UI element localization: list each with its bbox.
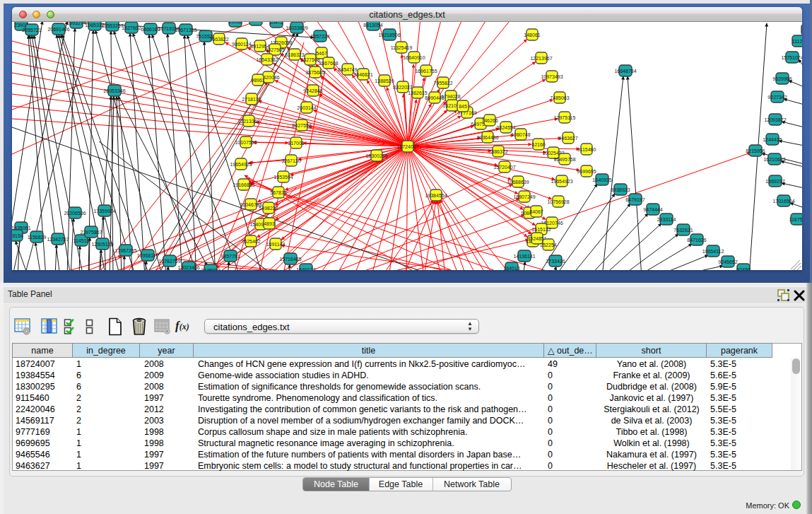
svg-text:10958117: 10958117	[137, 253, 159, 258]
svg-text:8322037: 8322037	[393, 85, 412, 90]
svg-text:19384554: 19384554	[425, 193, 447, 198]
svg-text:1569297: 1569297	[765, 179, 784, 184]
svg-text:8215956: 8215956	[746, 148, 765, 153]
svg-text:11325419: 11325419	[391, 45, 413, 50]
svg-text:9227342: 9227342	[767, 95, 787, 100]
svg-text:9699695: 9699695	[577, 169, 596, 174]
svg-text:10756928: 10756928	[547, 199, 569, 204]
svg-text:4893: 4893	[264, 221, 275, 226]
svg-text:1640935: 1640935	[592, 177, 611, 182]
svg-text:26053346: 26053346	[103, 88, 125, 93]
svg-text:62160: 62160	[531, 142, 546, 147]
svg-text:9463627: 9463627	[558, 136, 577, 141]
svg-text:92456: 92456	[736, 267, 751, 271]
svg-text:16210643: 16210643	[763, 157, 785, 162]
svg-text:1353594: 1353594	[273, 175, 293, 180]
svg-text:7955822: 7955822	[433, 81, 452, 86]
svg-text:19932: 19932	[228, 22, 242, 24]
svg-text:16543382: 16543382	[256, 57, 278, 62]
svg-text:84067: 84067	[529, 209, 543, 214]
svg-text:15716485: 15716485	[279, 257, 301, 262]
svg-text:567833: 567833	[270, 190, 286, 195]
svg-text:2603144: 2603144	[297, 105, 316, 110]
svg-text:39154: 39154	[12, 233, 23, 238]
svg-text:9646821: 9646821	[353, 72, 372, 77]
svg-text:1691144: 1691144	[266, 242, 286, 247]
svg-text:15720407: 15720407	[493, 165, 515, 170]
svg-text:11125: 11125	[792, 39, 802, 44]
svg-text:6479197: 6479197	[625, 197, 645, 202]
svg-text:12342737: 12342737	[47, 237, 69, 242]
svg-text:317006: 317006	[288, 141, 304, 146]
svg-text:16033809: 16033809	[286, 25, 307, 30]
svg-text:148061: 148061	[524, 33, 540, 37]
svg-text:7663822: 7663822	[209, 37, 228, 42]
svg-text:2933114: 2933114	[657, 217, 676, 222]
svg-text:17359924: 17359924	[93, 209, 115, 214]
svg-text:2718176: 2718176	[242, 97, 261, 102]
svg-text:10973493: 10973493	[541, 74, 563, 79]
svg-text:3267130: 3267130	[281, 158, 300, 163]
svg-text:12213967: 12213967	[530, 56, 552, 61]
svg-text:18807249: 18807249	[513, 194, 535, 199]
svg-text:18300295: 18300295	[365, 153, 387, 158]
svg-text:7625402: 7625402	[241, 239, 260, 244]
svg-text:20691406: 20691406	[47, 27, 69, 32]
svg-text:3875685: 3875685	[305, 70, 324, 75]
svg-text:7485063: 7485063	[550, 95, 569, 100]
svg-text:10688639: 10688639	[507, 180, 529, 185]
svg-text:845: 845	[459, 104, 467, 109]
svg-text:7632621: 7632621	[673, 228, 693, 233]
svg-text:3824554: 3824554	[496, 125, 515, 130]
svg-text:19166825: 19166825	[233, 182, 254, 187]
svg-text:746266: 746266	[481, 118, 498, 123]
svg-text:16782759: 16782759	[158, 259, 180, 264]
svg-text:10654112: 10654112	[702, 249, 724, 254]
svg-text:23975867: 23975867	[80, 230, 102, 235]
svg-text:1388520: 1388520	[375, 78, 394, 83]
svg-text:1527602: 1527602	[122, 25, 141, 30]
svg-text:16648784: 16648784	[614, 69, 636, 74]
svg-text:17016504: 17016504	[772, 199, 794, 204]
svg-text:20364486: 20364486	[476, 135, 498, 140]
svg-text:1080748: 1080748	[511, 132, 530, 137]
svg-text:98961: 98961	[251, 78, 265, 83]
svg-text:10553257: 10553257	[101, 23, 123, 28]
svg-text:16961755: 16961755	[415, 69, 437, 74]
svg-text:1993274: 1993274	[66, 22, 86, 25]
svg-text:12505135: 12505135	[91, 242, 113, 247]
svg-text:15751074: 15751074	[781, 55, 802, 60]
svg-text:20206536: 20206536	[64, 211, 86, 216]
svg-text:14136141: 14136141	[513, 254, 535, 259]
svg-text:8454749: 8454749	[338, 67, 357, 72]
svg-text:17957255: 17957255	[114, 248, 136, 253]
svg-text:252254: 252254	[540, 243, 556, 247]
svg-text:2055721: 2055721	[22, 28, 41, 33]
svg-text:9474444: 9474444	[643, 207, 662, 212]
svg-text:12093872: 12093872	[764, 117, 786, 122]
svg-text:1733426: 1733426	[546, 259, 565, 264]
svg-text:2245012: 2245012	[201, 268, 220, 271]
svg-text:11548: 11548	[801, 28, 802, 33]
svg-text:18724007: 18724007	[396, 144, 418, 149]
svg-text:18337: 18337	[249, 22, 263, 23]
svg-text:114519: 114519	[73, 238, 90, 243]
svg-text:9327505: 9327505	[265, 47, 284, 52]
svg-text:10107553: 10107553	[235, 140, 257, 145]
svg-text:10671355: 10671355	[175, 28, 196, 33]
svg-text:8813054: 8813054	[363, 23, 382, 28]
svg-text:6794028: 6794028	[441, 94, 460, 99]
svg-text:10472: 10472	[269, 22, 283, 25]
svg-text:8471626: 8471626	[687, 238, 706, 243]
svg-text:8938923: 8938923	[611, 187, 630, 192]
svg-text:9860124: 9860124	[232, 42, 251, 47]
svg-text:8427552: 8427552	[292, 123, 311, 128]
svg-text:1640127: 1640127	[296, 267, 315, 271]
svg-text:16495758: 16495758	[553, 157, 575, 162]
svg-text:19654923: 19654923	[551, 179, 572, 184]
svg-text:1615132: 1615132	[531, 227, 551, 232]
svg-text:16640910: 16640910	[403, 55, 425, 60]
svg-text:7886372: 7886372	[488, 149, 507, 154]
svg-text:9242848: 9242848	[303, 88, 322, 93]
svg-text:12975115: 12975115	[554, 115, 576, 120]
